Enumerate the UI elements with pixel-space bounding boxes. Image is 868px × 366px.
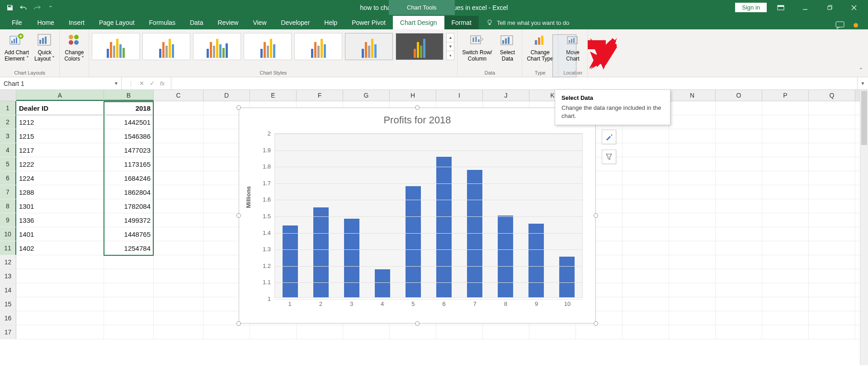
cell[interactable]: 1336 bbox=[16, 213, 104, 227]
cell[interactable] bbox=[669, 157, 716, 171]
vertical-scrollbar[interactable] bbox=[860, 90, 868, 365]
tab-file[interactable]: File bbox=[4, 16, 30, 29]
cell[interactable] bbox=[762, 143, 809, 157]
cell[interactable] bbox=[762, 213, 809, 227]
cell[interactable] bbox=[623, 129, 669, 143]
cell[interactable] bbox=[154, 115, 203, 129]
row-header[interactable]: 1 bbox=[0, 101, 16, 115]
cell[interactable]: 1254784 bbox=[104, 241, 154, 255]
cell[interactable] bbox=[623, 255, 669, 269]
tab-developer[interactable]: Developer bbox=[274, 16, 317, 29]
cell[interactable]: 1222 bbox=[16, 157, 104, 171]
cell[interactable]: 1448765 bbox=[104, 227, 154, 241]
restore-icon[interactable] bbox=[819, 0, 840, 15]
cell[interactable] bbox=[623, 283, 669, 297]
cell[interactable] bbox=[343, 325, 390, 339]
cell[interactable] bbox=[623, 199, 669, 213]
bar[interactable] bbox=[528, 224, 544, 297]
cell[interactable] bbox=[623, 311, 669, 325]
cell[interactable] bbox=[669, 143, 716, 157]
tab-view[interactable]: View bbox=[245, 16, 274, 29]
cell[interactable] bbox=[390, 325, 436, 339]
worksheet-grid[interactable]: A B C D E F G H I J K L M N O P Q 1Deale… bbox=[0, 90, 868, 365]
bar[interactable] bbox=[436, 157, 452, 297]
save-icon[interactable] bbox=[4, 1, 16, 14]
cell[interactable] bbox=[669, 213, 716, 227]
cell[interactable] bbox=[623, 143, 669, 157]
cell[interactable] bbox=[762, 129, 809, 143]
cell[interactable] bbox=[154, 255, 203, 269]
cell[interactable] bbox=[104, 269, 154, 283]
cell[interactable] bbox=[154, 297, 203, 311]
chart-style-3[interactable] bbox=[193, 33, 241, 60]
bar[interactable] bbox=[498, 216, 513, 297]
cell[interactable] bbox=[669, 283, 716, 297]
tab-home[interactable]: Home bbox=[30, 16, 61, 29]
cell[interactable] bbox=[16, 297, 104, 311]
cell[interactable]: 2018 bbox=[104, 101, 154, 115]
col-header-J[interactable]: J bbox=[483, 90, 529, 101]
cell[interactable] bbox=[809, 269, 855, 283]
cell[interactable] bbox=[809, 143, 855, 157]
cell[interactable] bbox=[716, 157, 762, 171]
bar[interactable] bbox=[559, 257, 575, 298]
cell[interactable] bbox=[669, 241, 716, 255]
cell[interactable] bbox=[154, 199, 203, 213]
minimize-icon[interactable] bbox=[795, 0, 816, 15]
redo-icon[interactable] bbox=[31, 1, 43, 14]
cell[interactable] bbox=[716, 311, 762, 325]
resize-handle[interactable] bbox=[415, 105, 420, 110]
cell[interactable] bbox=[250, 325, 297, 339]
cell[interactable] bbox=[623, 227, 669, 241]
row-header[interactable]: 3 bbox=[0, 129, 16, 143]
row-header[interactable]: 7 bbox=[0, 185, 16, 199]
cell[interactable] bbox=[154, 311, 203, 325]
cell[interactable]: 1173165 bbox=[104, 157, 154, 171]
cell[interactable] bbox=[669, 269, 716, 283]
cell[interactable] bbox=[762, 311, 809, 325]
cell[interactable] bbox=[669, 101, 716, 115]
cell[interactable] bbox=[623, 171, 669, 185]
scrollbar-thumb[interactable] bbox=[861, 91, 867, 145]
bar[interactable] bbox=[283, 225, 298, 297]
cell[interactable] bbox=[809, 241, 855, 255]
row-header[interactable]: 9 bbox=[0, 213, 16, 227]
tab-format[interactable]: Format bbox=[444, 16, 479, 29]
cell[interactable] bbox=[104, 311, 154, 325]
cell[interactable] bbox=[716, 101, 762, 115]
undo-icon[interactable] bbox=[17, 1, 30, 14]
resize-handle[interactable] bbox=[236, 321, 241, 326]
cell[interactable]: 1402 bbox=[16, 241, 104, 255]
bar[interactable] bbox=[467, 170, 482, 297]
cell[interactable] bbox=[154, 143, 203, 157]
cell[interactable] bbox=[154, 157, 203, 171]
plot-area[interactable] bbox=[274, 133, 583, 298]
resize-handle[interactable] bbox=[594, 213, 598, 218]
chart-styles-button[interactable] bbox=[602, 130, 616, 144]
cell[interactable] bbox=[809, 101, 855, 115]
cancel-icon[interactable]: ✕ bbox=[139, 80, 144, 87]
cell[interactable] bbox=[762, 227, 809, 241]
chart-style-5[interactable] bbox=[294, 33, 342, 60]
change-chart-type-button[interactable]: Change Chart Type bbox=[525, 31, 555, 63]
collapse-ribbon-icon[interactable]: ˄ bbox=[859, 67, 863, 74]
col-header-H[interactable]: H bbox=[390, 90, 436, 101]
cell[interactable] bbox=[716, 171, 762, 185]
cell[interactable] bbox=[669, 185, 716, 199]
cell[interactable] bbox=[809, 325, 855, 339]
bar[interactable] bbox=[344, 219, 359, 297]
change-colors-button[interactable]: Change Colors ˅ bbox=[62, 31, 86, 63]
chart-filter-button[interactable] bbox=[602, 150, 616, 164]
cell[interactable] bbox=[809, 227, 855, 241]
row-header[interactable]: 12 bbox=[0, 255, 16, 269]
cell[interactable]: 1442501 bbox=[104, 115, 154, 129]
comments-icon[interactable] bbox=[835, 21, 844, 29]
cell[interactable] bbox=[623, 157, 669, 171]
resize-handle[interactable] bbox=[594, 321, 598, 326]
row-header[interactable]: 10 bbox=[0, 227, 16, 241]
cell[interactable] bbox=[716, 185, 762, 199]
cell[interactable] bbox=[104, 283, 154, 297]
cell[interactable] bbox=[809, 213, 855, 227]
row-header[interactable]: 17 bbox=[0, 325, 16, 339]
tab-help[interactable]: Help bbox=[317, 16, 344, 29]
